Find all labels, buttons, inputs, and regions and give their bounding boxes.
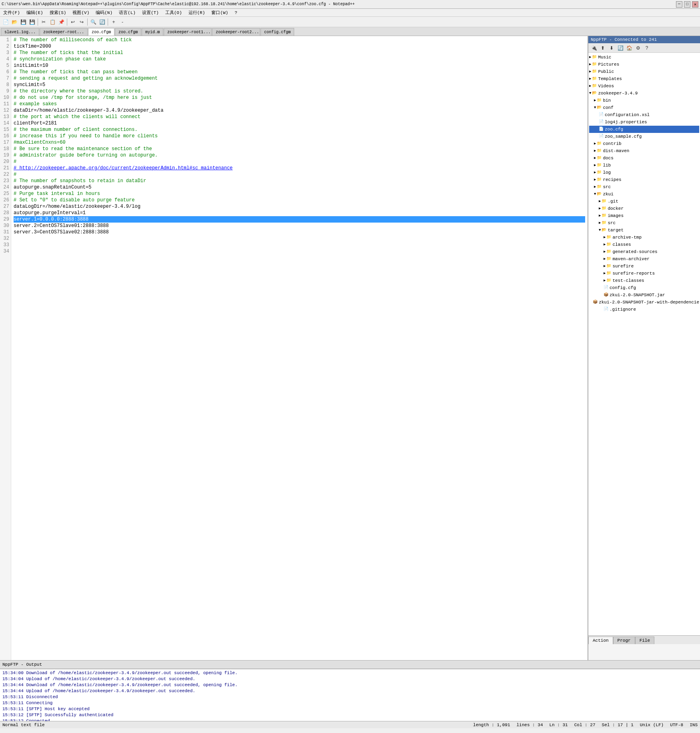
ftp-tree-item-0[interactable]: ▶📁Music <box>589 54 699 61</box>
ftp-tree-item-11[interactable]: 📄zoo_sample.cfg <box>589 133 699 140</box>
ftp-tree-item-12[interactable]: ▶📁contrib <box>589 140 699 147</box>
tree-name-4: Videos <box>598 83 614 89</box>
new-button[interactable]: 📄 <box>2 18 10 26</box>
menu-item-s[interactable]: 搜索(S) <box>48 10 68 16</box>
tree-icon-34: 📦 <box>593 299 598 305</box>
code-line-7: # sending a request and getting an ackno… <box>14 75 585 82</box>
menu-item-r[interactable]: 运行(R) <box>187 10 207 16</box>
menu-item-l[interactable]: 语言(L) <box>117 10 137 16</box>
ftp-tree-item-23[interactable]: ▶📁src <box>589 219 699 227</box>
ftp-tree-item-35[interactable]: 📄.gitignore <box>589 306 699 313</box>
status-ln: Ln : 31 <box>550 723 568 727</box>
tree-name-29: surefire <box>612 263 634 269</box>
ftp-tab-file[interactable]: File <box>635 637 654 644</box>
ftp-tree-item-6[interactable]: ▶📁bin <box>589 97 699 104</box>
ftp-tree-item-8[interactable]: 📄configuration.xsl <box>589 111 699 118</box>
status-col: Col : 27 <box>574 723 596 727</box>
undo-button[interactable]: ↩ <box>69 18 77 26</box>
cut-button[interactable]: ✂ <box>40 18 48 26</box>
ftp-tree-item-4[interactable]: ▶📁Videos <box>589 82 699 90</box>
redo-button[interactable]: ↪ <box>78 18 86 26</box>
menu-item-w[interactable]: 窗口(W) <box>210 10 230 16</box>
ftp-tree-item-3[interactable]: ▶📁Templates <box>589 75 699 82</box>
tree-icon-13: 📁 <box>597 148 602 154</box>
zoom-out-button[interactable]: - <box>118 18 126 26</box>
menu-item-e[interactable]: 编辑(E) <box>25 10 45 16</box>
ftp-tree-item-21[interactable]: ▶📁docker <box>589 205 699 212</box>
menu-item-[interactable]: ? <box>233 10 239 15</box>
tree-arrow-17: ▶ <box>594 177 596 183</box>
status-charset: UTF-8 <box>670 723 683 727</box>
ftp-tree-item-13[interactable]: ▶📁dist-maven <box>589 147 699 155</box>
ftp-tree-item-34[interactable]: 📦zkui-2.0-SNAPSHOT-jar-with-dependencie <box>589 299 699 306</box>
code-area[interactable]: # The number of milliseconds of each tic… <box>11 36 588 660</box>
menu-item-t[interactable]: 设置(T) <box>140 10 160 16</box>
ftp-tree-item-33[interactable]: 📦zkui-2.0-SNAPSHOT.jar <box>589 291 699 299</box>
paste-button[interactable]: 📌 <box>57 18 65 26</box>
ftp-download-button[interactable]: ⬇ <box>608 44 616 52</box>
ftp-tree-item-29[interactable]: ▶📁surefire <box>589 263 699 270</box>
menu-item-v[interactable]: 视图(V) <box>71 10 91 16</box>
ftp-tree-item-14[interactable]: ▶📁docs <box>589 155 699 162</box>
tab-2[interactable]: zoo.cfg⊠ <box>88 28 114 36</box>
menu-item-f[interactable]: 文件(F) <box>2 10 22 16</box>
ftp-tree-item-32[interactable]: 📄config.cfg <box>589 284 699 291</box>
menu-item-n[interactable]: 编码(N) <box>94 10 114 16</box>
ftp-upload-button[interactable]: ⬆ <box>599 44 607 52</box>
tab-5[interactable]: zookeeper-root1... <box>164 28 212 36</box>
line-numbers: 1234567891011121314151617181920212223242… <box>0 36 11 660</box>
open-button[interactable]: 📂 <box>10 18 18 26</box>
ftp-tree-item-20[interactable]: ▶📁.git <box>589 198 699 205</box>
ftp-tree[interactable]: ▶📁Music▶📁Pictures▶📁Public▶📁Templates▶📁Vi… <box>588 53 700 635</box>
ftp-tree-item-9[interactable]: 📄log4j.properties <box>589 118 699 126</box>
tab-4[interactable]: myid.⊠ <box>142 28 163 36</box>
ftp-tree-item-15[interactable]: ▶📁lib <box>589 162 699 169</box>
ftp-home-button[interactable]: 🏠 <box>625 44 633 52</box>
close-button[interactable]: ✕ <box>692 1 698 8</box>
line-number-25: 25 <box>2 191 9 197</box>
maximize-button[interactable]: □ <box>684 1 690 8</box>
ftp-tree-item-25[interactable]: ▶📁archive-tmp <box>589 234 699 241</box>
tab-3[interactable]: zoo.cfg⊠ <box>115 28 141 36</box>
ftp-tree-item-18[interactable]: ▶📁src <box>589 183 699 191</box>
tab-7[interactable]: config.cfg⊠ <box>261 28 294 36</box>
editor-content[interactable]: 1234567891011121314151617181920212223242… <box>0 36 588 660</box>
ftp-tree-item-24[interactable]: ▼📂target <box>589 227 699 234</box>
replace-button[interactable]: 🔄 <box>98 18 106 26</box>
save-button[interactable]: 💾 <box>19 18 27 26</box>
tab-1[interactable]: zookeeper-root... <box>40 28 88 36</box>
minimize-button[interactable]: ─ <box>676 1 682 8</box>
ftp-tree-item-1[interactable]: ▶📁Pictures <box>589 61 699 68</box>
ftp-refresh-button[interactable]: 🔄 <box>616 44 624 52</box>
ftp-tree-item-27[interactable]: ▶📁generated-sources <box>589 248 699 255</box>
ftp-tree-item-30[interactable]: ▶📁surefire-reports <box>589 270 699 277</box>
ftp-tree-item-10[interactable]: 📄zoo.cfg <box>589 126 699 133</box>
ftp-tab-action[interactable]: Action <box>588 637 613 644</box>
ftp-connect-button[interactable]: 🔌 <box>590 44 598 52</box>
ftp-tree-item-19[interactable]: ▼📂zkui <box>589 191 699 198</box>
ftp-help-button[interactable]: ? <box>643 44 651 52</box>
ftp-tab-progr[interactable]: Progr <box>613 637 635 644</box>
ftp-tree-item-5[interactable]: ▼📂zookeeper-3.4.9 <box>589 90 699 97</box>
ftp-tree-item-2[interactable]: ▶📁Public <box>589 68 699 75</box>
tab-0[interactable]: slave1.1og... <box>1 28 39 36</box>
tree-arrow-3: ▶ <box>589 76 591 82</box>
ftp-tree-item-28[interactable]: ▶📁maven-archiver <box>589 255 699 263</box>
tab-6[interactable]: zookeeper-root2... <box>212 28 260 36</box>
ftp-tree-item-7[interactable]: ▼📂conf <box>589 104 699 111</box>
tree-icon-1: 📁 <box>592 61 597 68</box>
output-pane[interactable]: 15:34:00 Download of /home/elastic/zooke… <box>0 669 700 721</box>
copy-button[interactable]: 📋 <box>48 18 56 26</box>
ftp-tree-item-26[interactable]: ▶📁classes <box>589 241 699 248</box>
code-line-27: # Set to "0" to disable auto purge featu… <box>14 197 585 203</box>
find-button[interactable]: 🔍 <box>89 18 97 26</box>
ftp-tree-item-16[interactable]: ▶📁log <box>589 169 699 176</box>
save-all-button[interactable]: 💾 <box>28 18 36 26</box>
ftp-tree-item-22[interactable]: ▶📁images <box>589 212 699 219</box>
ftp-tree-item-31[interactable]: ▶📁test-classes <box>589 277 699 284</box>
line-number-19: 19 <box>2 152 9 159</box>
ftp-settings-button[interactable]: ⚙ <box>634 44 642 52</box>
menu-item-o[interactable]: 工具(O) <box>164 10 184 16</box>
zoom-in-button[interactable]: + <box>110 18 118 26</box>
ftp-tree-item-17[interactable]: ▶📁recipes <box>589 176 699 183</box>
